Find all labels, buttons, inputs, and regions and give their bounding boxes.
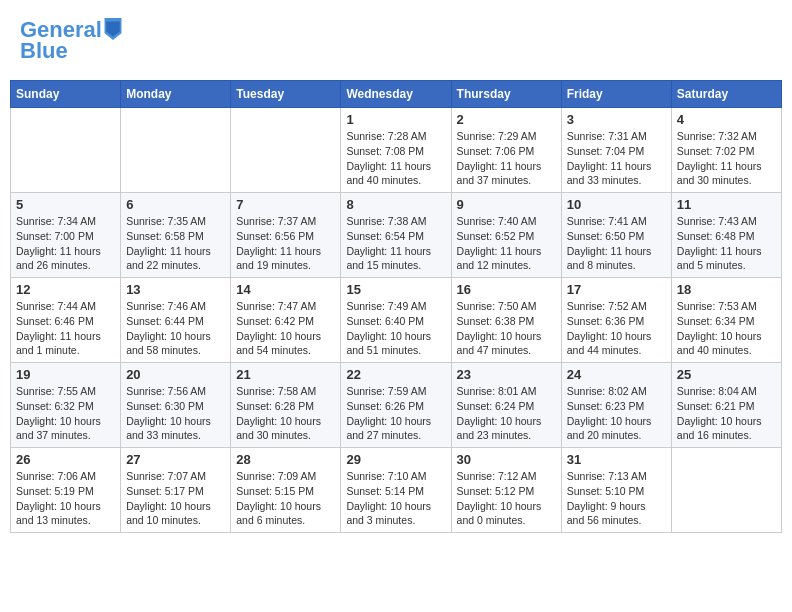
day-cell-1: 1Sunrise: 7:28 AMSunset: 7:08 PMDaylight… <box>341 108 451 193</box>
day-number: 14 <box>236 282 335 297</box>
day-number: 12 <box>16 282 115 297</box>
day-number: 1 <box>346 112 445 127</box>
day-number: 13 <box>126 282 225 297</box>
day-cell-25: 25Sunrise: 8:04 AMSunset: 6:21 PMDayligh… <box>671 363 781 448</box>
day-cell-20: 20Sunrise: 7:56 AMSunset: 6:30 PMDayligh… <box>121 363 231 448</box>
day-number: 4 <box>677 112 776 127</box>
day-cell-7: 7Sunrise: 7:37 AMSunset: 6:56 PMDaylight… <box>231 193 341 278</box>
day-number: 23 <box>457 367 556 382</box>
day-info: Sunrise: 7:49 AMSunset: 6:40 PMDaylight:… <box>346 299 445 358</box>
day-cell-30: 30Sunrise: 7:12 AMSunset: 5:12 PMDayligh… <box>451 448 561 533</box>
day-number: 20 <box>126 367 225 382</box>
day-number: 15 <box>346 282 445 297</box>
day-info: Sunrise: 7:13 AMSunset: 5:10 PMDaylight:… <box>567 469 666 528</box>
day-number: 19 <box>16 367 115 382</box>
day-info: Sunrise: 7:34 AMSunset: 7:00 PMDaylight:… <box>16 214 115 273</box>
day-number: 21 <box>236 367 335 382</box>
day-number: 3 <box>567 112 666 127</box>
day-number: 31 <box>567 452 666 467</box>
day-info: Sunrise: 7:41 AMSunset: 6:50 PMDaylight:… <box>567 214 666 273</box>
day-info: Sunrise: 8:02 AMSunset: 6:23 PMDaylight:… <box>567 384 666 443</box>
day-cell-23: 23Sunrise: 8:01 AMSunset: 6:24 PMDayligh… <box>451 363 561 448</box>
day-cell-18: 18Sunrise: 7:53 AMSunset: 6:34 PMDayligh… <box>671 278 781 363</box>
day-number: 9 <box>457 197 556 212</box>
day-cell-14: 14Sunrise: 7:47 AMSunset: 6:42 PMDayligh… <box>231 278 341 363</box>
logo: General Blue <box>20 18 122 64</box>
day-info: Sunrise: 7:10 AMSunset: 5:14 PMDaylight:… <box>346 469 445 528</box>
calendar-table: SundayMondayTuesdayWednesdayThursdayFrid… <box>10 80 782 533</box>
day-cell-10: 10Sunrise: 7:41 AMSunset: 6:50 PMDayligh… <box>561 193 671 278</box>
day-cell-22: 22Sunrise: 7:59 AMSunset: 6:26 PMDayligh… <box>341 363 451 448</box>
day-number: 7 <box>236 197 335 212</box>
day-cell-2: 2Sunrise: 7:29 AMSunset: 7:06 PMDaylight… <box>451 108 561 193</box>
day-info: Sunrise: 7:56 AMSunset: 6:30 PMDaylight:… <box>126 384 225 443</box>
day-info: Sunrise: 7:53 AMSunset: 6:34 PMDaylight:… <box>677 299 776 358</box>
day-info: Sunrise: 7:38 AMSunset: 6:54 PMDaylight:… <box>346 214 445 273</box>
day-number: 29 <box>346 452 445 467</box>
empty-cell <box>121 108 231 193</box>
day-number: 17 <box>567 282 666 297</box>
header-day-sunday: Sunday <box>11 81 121 108</box>
header-day-monday: Monday <box>121 81 231 108</box>
day-cell-8: 8Sunrise: 7:38 AMSunset: 6:54 PMDaylight… <box>341 193 451 278</box>
header-day-wednesday: Wednesday <box>341 81 451 108</box>
day-number: 26 <box>16 452 115 467</box>
day-number: 24 <box>567 367 666 382</box>
day-number: 27 <box>126 452 225 467</box>
day-cell-26: 26Sunrise: 7:06 AMSunset: 5:19 PMDayligh… <box>11 448 121 533</box>
day-info: Sunrise: 7:09 AMSunset: 5:15 PMDaylight:… <box>236 469 335 528</box>
day-info: Sunrise: 7:32 AMSunset: 7:02 PMDaylight:… <box>677 129 776 188</box>
empty-cell <box>11 108 121 193</box>
day-number: 30 <box>457 452 556 467</box>
day-cell-24: 24Sunrise: 8:02 AMSunset: 6:23 PMDayligh… <box>561 363 671 448</box>
day-info: Sunrise: 7:59 AMSunset: 6:26 PMDaylight:… <box>346 384 445 443</box>
day-number: 10 <box>567 197 666 212</box>
week-row-2: 5Sunrise: 7:34 AMSunset: 7:00 PMDaylight… <box>11 193 782 278</box>
day-number: 25 <box>677 367 776 382</box>
day-cell-31: 31Sunrise: 7:13 AMSunset: 5:10 PMDayligh… <box>561 448 671 533</box>
day-info: Sunrise: 7:50 AMSunset: 6:38 PMDaylight:… <box>457 299 556 358</box>
day-number: 6 <box>126 197 225 212</box>
day-info: Sunrise: 7:12 AMSunset: 5:12 PMDaylight:… <box>457 469 556 528</box>
day-info: Sunrise: 7:52 AMSunset: 6:36 PMDaylight:… <box>567 299 666 358</box>
day-info: Sunrise: 7:44 AMSunset: 6:46 PMDaylight:… <box>16 299 115 358</box>
day-info: Sunrise: 7:29 AMSunset: 7:06 PMDaylight:… <box>457 129 556 188</box>
day-cell-9: 9Sunrise: 7:40 AMSunset: 6:52 PMDaylight… <box>451 193 561 278</box>
header-day-tuesday: Tuesday <box>231 81 341 108</box>
day-info: Sunrise: 7:43 AMSunset: 6:48 PMDaylight:… <box>677 214 776 273</box>
day-cell-5: 5Sunrise: 7:34 AMSunset: 7:00 PMDaylight… <box>11 193 121 278</box>
day-info: Sunrise: 7:47 AMSunset: 6:42 PMDaylight:… <box>236 299 335 358</box>
day-number: 8 <box>346 197 445 212</box>
week-row-1: 1Sunrise: 7:28 AMSunset: 7:08 PMDaylight… <box>11 108 782 193</box>
day-cell-15: 15Sunrise: 7:49 AMSunset: 6:40 PMDayligh… <box>341 278 451 363</box>
day-number: 5 <box>16 197 115 212</box>
day-info: Sunrise: 7:28 AMSunset: 7:08 PMDaylight:… <box>346 129 445 188</box>
day-info: Sunrise: 7:31 AMSunset: 7:04 PMDaylight:… <box>567 129 666 188</box>
day-cell-17: 17Sunrise: 7:52 AMSunset: 6:36 PMDayligh… <box>561 278 671 363</box>
day-info: Sunrise: 7:46 AMSunset: 6:44 PMDaylight:… <box>126 299 225 358</box>
day-info: Sunrise: 7:35 AMSunset: 6:58 PMDaylight:… <box>126 214 225 273</box>
page-header: General Blue <box>10 10 782 72</box>
day-cell-16: 16Sunrise: 7:50 AMSunset: 6:38 PMDayligh… <box>451 278 561 363</box>
day-cell-27: 27Sunrise: 7:07 AMSunset: 5:17 PMDayligh… <box>121 448 231 533</box>
day-info: Sunrise: 7:07 AMSunset: 5:17 PMDaylight:… <box>126 469 225 528</box>
day-number: 11 <box>677 197 776 212</box>
day-cell-4: 4Sunrise: 7:32 AMSunset: 7:02 PMDaylight… <box>671 108 781 193</box>
week-row-5: 26Sunrise: 7:06 AMSunset: 5:19 PMDayligh… <box>11 448 782 533</box>
day-number: 22 <box>346 367 445 382</box>
day-cell-12: 12Sunrise: 7:44 AMSunset: 6:46 PMDayligh… <box>11 278 121 363</box>
header-day-thursday: Thursday <box>451 81 561 108</box>
day-info: Sunrise: 7:06 AMSunset: 5:19 PMDaylight:… <box>16 469 115 528</box>
day-cell-28: 28Sunrise: 7:09 AMSunset: 5:15 PMDayligh… <box>231 448 341 533</box>
day-number: 18 <box>677 282 776 297</box>
day-cell-6: 6Sunrise: 7:35 AMSunset: 6:58 PMDaylight… <box>121 193 231 278</box>
calendar-body: 1Sunrise: 7:28 AMSunset: 7:08 PMDaylight… <box>11 108 782 533</box>
day-info: Sunrise: 7:37 AMSunset: 6:56 PMDaylight:… <box>236 214 335 273</box>
day-info: Sunrise: 7:55 AMSunset: 6:32 PMDaylight:… <box>16 384 115 443</box>
day-info: Sunrise: 7:40 AMSunset: 6:52 PMDaylight:… <box>457 214 556 273</box>
day-number: 28 <box>236 452 335 467</box>
week-row-4: 19Sunrise: 7:55 AMSunset: 6:32 PMDayligh… <box>11 363 782 448</box>
header-row: SundayMondayTuesdayWednesdayThursdayFrid… <box>11 81 782 108</box>
day-cell-21: 21Sunrise: 7:58 AMSunset: 6:28 PMDayligh… <box>231 363 341 448</box>
calendar-header: SundayMondayTuesdayWednesdayThursdayFrid… <box>11 81 782 108</box>
